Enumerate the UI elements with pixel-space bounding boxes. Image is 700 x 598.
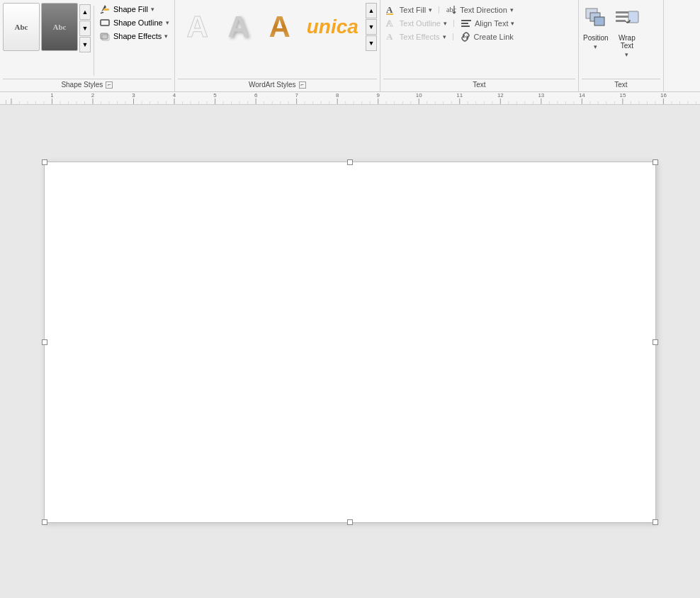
text-fill-label: Text Fill xyxy=(400,6,426,14)
shape-btn-1-label: Abc xyxy=(15,23,28,31)
text-row-2: A Text Outline ▾ Align Tex xyxy=(383,17,517,30)
shape-styles-group-label: Shape Styles xyxy=(61,81,103,89)
slide-canvas[interactable] xyxy=(44,162,656,523)
shape-outline-item[interactable]: Shape Outline ▾ xyxy=(97,16,171,29)
text-divider-3 xyxy=(453,33,453,40)
shape-effects-icon xyxy=(99,30,111,42)
divider-1 xyxy=(94,6,94,76)
text-direction-item[interactable]: abc Text Direction ▾ xyxy=(444,4,516,16)
handle-top-left[interactable] xyxy=(42,159,47,165)
create-link-item[interactable]: Create Link xyxy=(458,30,516,43)
ribbon: Abc Abc ▲ ▼ ▼ xyxy=(0,0,700,92)
shape-styles-group: Abc Abc ▲ ▼ ▼ xyxy=(0,0,175,91)
shape-styles-expand[interactable]: ▼ xyxy=(79,37,91,52)
wordart-style-3[interactable]: A xyxy=(260,3,300,51)
text-row-1: A Text Fill ▾ abc Text Dire xyxy=(383,4,516,16)
svg-text:5: 5 xyxy=(213,92,217,98)
arrange-label: Text xyxy=(582,79,660,91)
wrap-text-btn[interactable]: Wrap Text ▾ xyxy=(613,4,641,58)
ruler-svg: 12345678910111213141516 xyxy=(6,92,700,104)
text-group: A Text Fill ▾ abc Text Dire xyxy=(380,0,579,91)
shape-fill-chevron: ▾ xyxy=(151,6,154,13)
svg-text:A: A xyxy=(386,4,393,15)
text-effects-item[interactable]: A A Text Effects ▾ xyxy=(383,30,448,43)
wrap-text-label: Wrap Text xyxy=(619,34,636,50)
svg-text:10: 10 xyxy=(416,92,422,98)
text-fill-icon: A xyxy=(385,4,397,16)
align-text-label: Align Text xyxy=(475,19,509,28)
wordart-style-1[interactable]: A xyxy=(178,3,218,51)
text-effects-icon: A A xyxy=(385,31,397,43)
handle-top-center[interactable] xyxy=(347,159,353,165)
shape-fill-item[interactable]: Shape Fill ▾ xyxy=(97,3,171,16)
handle-top-right[interactable] xyxy=(653,159,658,165)
text-fill-chevron: ▾ xyxy=(429,6,432,13)
svg-rect-17 xyxy=(616,16,630,18)
shape-styles-scroll-down[interactable]: ▼ xyxy=(79,21,91,36)
wordart-scroll-down[interactable]: ▼ xyxy=(366,19,377,35)
wrap-text-icon-container xyxy=(613,4,641,33)
svg-text:3: 3 xyxy=(132,92,135,98)
wordart-scroll-controls: ▲ ▼ ▼ xyxy=(366,3,377,51)
wordart-scroll-up[interactable]: ▲ xyxy=(366,3,377,18)
text-outline-item[interactable]: A Text Outline ▾ xyxy=(383,17,449,30)
text-direction-icon: abc xyxy=(446,4,457,16)
shape-fill-label: Shape Fill xyxy=(113,5,148,13)
shape-effects-item[interactable]: Shape Effects ▾ xyxy=(97,30,171,43)
shape-style-btn-2[interactable]: Abc xyxy=(41,3,78,51)
position-btn[interactable]: Position ▾ xyxy=(582,4,610,50)
svg-rect-5 xyxy=(386,13,393,15)
svg-rect-0 xyxy=(103,9,109,11)
wordart-styles-expand-icon[interactable]: ⌐ xyxy=(299,81,306,89)
svg-text:9: 9 xyxy=(377,92,380,98)
svg-text:1: 1 xyxy=(50,92,54,98)
position-chevron: ▾ xyxy=(594,43,597,50)
position-label: Position xyxy=(583,34,609,42)
text-group-label: Text xyxy=(383,79,575,91)
shape-styles-expand-icon[interactable]: ⌐ xyxy=(106,81,113,89)
svg-text:13: 13 xyxy=(538,92,544,98)
handle-bottom-left[interactable] xyxy=(42,519,47,525)
svg-rect-15 xyxy=(594,17,604,26)
svg-text:7: 7 xyxy=(295,92,298,98)
align-text-chevron: ▾ xyxy=(511,20,514,27)
wordart-style-2[interactable]: A xyxy=(219,3,259,51)
wordart-styles-label: WordArt Styles ⌐ xyxy=(178,79,377,91)
text-fill-item[interactable]: A Text Fill ▾ xyxy=(383,4,434,16)
svg-text:A: A xyxy=(388,33,393,41)
shape-effects-label: Shape Effects xyxy=(113,32,162,40)
shape-style-btn-1[interactable]: Abc xyxy=(3,3,40,51)
svg-rect-10 xyxy=(461,26,470,27)
wrap-text-chevron: ▾ xyxy=(625,51,628,58)
text-divider-2 xyxy=(453,20,454,27)
svg-text:12: 12 xyxy=(497,92,504,98)
svg-text:2: 2 xyxy=(91,92,94,98)
svg-rect-18 xyxy=(616,20,626,22)
svg-text:6: 6 xyxy=(254,92,258,98)
svg-rect-16 xyxy=(616,11,630,13)
create-link-label: Create Link xyxy=(474,33,514,41)
wordart-expand[interactable]: ▼ xyxy=(366,35,377,51)
handle-middle-right[interactable] xyxy=(653,339,658,345)
wordart-gallery: A A A unica xyxy=(178,3,364,51)
shape-effects-chevron: ▾ xyxy=(164,33,168,40)
shape-styles-menu: Shape Fill ▾ Shape Outline ▾ xyxy=(97,3,171,43)
shape-styles-label: Shape Styles ⌐ xyxy=(3,79,171,91)
position-icon xyxy=(583,6,609,31)
canvas-area xyxy=(0,105,700,598)
handle-bottom-right[interactable] xyxy=(653,519,658,525)
svg-text:15: 15 xyxy=(619,92,626,98)
text-outline-icon: A xyxy=(385,18,397,29)
position-icon-container xyxy=(582,4,610,33)
wordart-styles-group-label: WordArt Styles xyxy=(249,81,296,89)
text-outline-label: Text Outline xyxy=(400,19,441,28)
handle-middle-left[interactable] xyxy=(42,339,47,345)
shape-outline-chevron: ▾ xyxy=(166,19,169,26)
shape-outline-icon xyxy=(99,17,111,28)
svg-text:16: 16 xyxy=(660,92,667,98)
text-effects-chevron: ▾ xyxy=(443,33,446,40)
shape-styles-scroll-up[interactable]: ▲ xyxy=(79,4,91,20)
unica-text: unica xyxy=(307,16,359,38)
handle-bottom-center[interactable] xyxy=(347,519,353,525)
align-text-item[interactable]: Align Text ▾ xyxy=(458,17,517,30)
